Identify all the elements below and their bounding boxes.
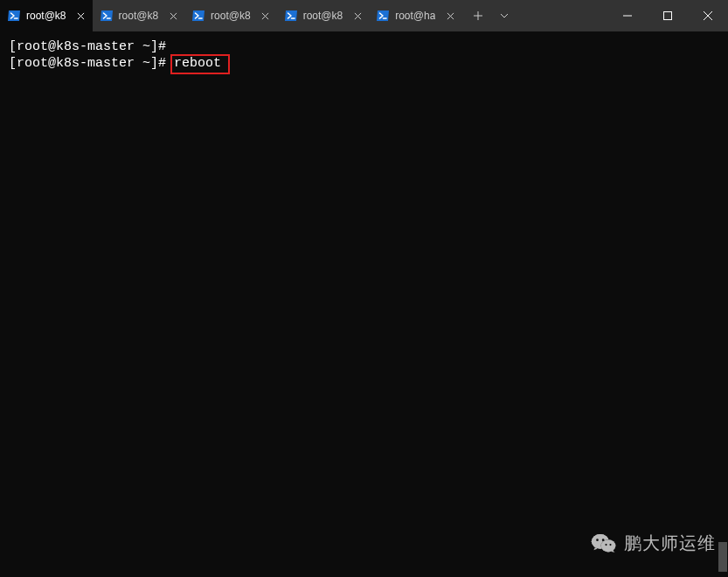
tab-1[interactable]: root@k8: [93, 0, 185, 31]
window-controls: [607, 0, 728, 31]
powershell-icon: [284, 9, 298, 23]
terminal-line: [root@k8s-master ~]#: [9, 38, 719, 55]
shell-prompt: [root@k8s-master ~]#: [9, 56, 166, 71]
powershell-icon: [7, 9, 21, 23]
tab-close-button[interactable]: [258, 8, 274, 24]
shell-prompt: [root@k8s-master ~]#: [9, 39, 166, 54]
tab-strip: root@k8 root@k8 root@k8 root@k8 root@ha: [0, 0, 461, 31]
svg-rect-0: [664, 12, 672, 20]
tab-label: root@k8: [211, 10, 251, 21]
new-tab-button[interactable]: [465, 3, 491, 29]
titlebar: root@k8 root@k8 root@k8 root@k8 root@ha: [0, 0, 728, 31]
close-window-button[interactable]: [688, 0, 728, 31]
titlebar-drag-region[interactable]: [521, 0, 607, 31]
scrollbar-thumb[interactable]: [718, 542, 727, 572]
powershell-icon: [100, 9, 114, 23]
vertical-scrollbar[interactable]: [718, 31, 728, 574]
tab-close-button[interactable]: [442, 8, 458, 24]
tab-label: root@k8: [303, 10, 343, 21]
terminal-viewport[interactable]: [root@k8s-master ~]#[root@k8s-master ~]#…: [0, 31, 728, 577]
tab-3[interactable]: root@k8: [277, 0, 370, 31]
terminal-line: [root@k8s-master ~]# reboot: [9, 55, 719, 72]
shell-command: reboot: [174, 56, 221, 71]
maximize-button[interactable]: [648, 0, 688, 31]
tab-close-button[interactable]: [350, 8, 365, 24]
tab-actions: [461, 0, 521, 31]
tab-label: root@k8: [26, 10, 66, 21]
tab-label: root@k8: [119, 10, 159, 21]
tab-dropdown-button[interactable]: [491, 3, 517, 29]
tab-4[interactable]: root@ha: [369, 0, 461, 31]
minimize-button[interactable]: [607, 0, 648, 31]
powershell-icon: [376, 9, 390, 23]
tab-close-button[interactable]: [73, 8, 89, 24]
terminal-window: root@k8 root@k8 root@k8 root@k8 root@ha: [0, 0, 728, 577]
tab-close-button[interactable]: [165, 8, 181, 24]
tab-0[interactable]: root@k8: [0, 0, 93, 31]
powershell-icon: [191, 9, 205, 23]
tab-2[interactable]: root@k8: [184, 0, 277, 31]
tab-label: root@ha: [395, 10, 435, 21]
